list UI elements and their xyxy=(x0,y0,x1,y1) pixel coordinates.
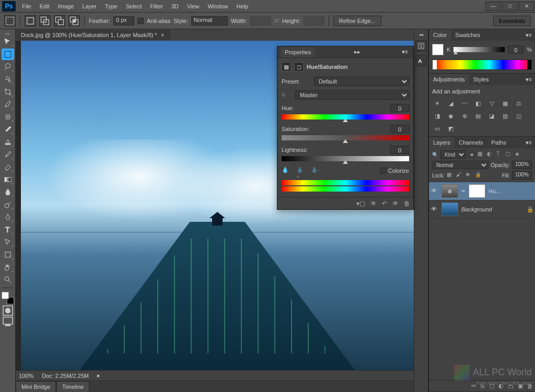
menu-edit[interactable]: Edit xyxy=(36,1,54,11)
feather-input[interactable]: 0 px xyxy=(113,16,134,26)
timeline-tab[interactable]: Timeline xyxy=(56,381,89,392)
target-icon[interactable]: ☟ xyxy=(282,92,292,99)
intersect-selection-icon[interactable] xyxy=(68,15,80,27)
color-balance-adj-icon[interactable]: ⚖ xyxy=(514,99,524,108)
minimize-button[interactable]: — xyxy=(485,2,501,11)
bw-adj-icon[interactable]: ◨ xyxy=(432,111,443,121)
maximize-button[interactable]: □ xyxy=(502,2,518,11)
toolbox-handle[interactable]: ▸▸ xyxy=(0,31,15,35)
vibrance-adj-icon[interactable]: ▽ xyxy=(486,99,497,108)
quickmask-toggle[interactable] xyxy=(2,305,14,316)
filter-shape-icon[interactable]: ▢ xyxy=(506,151,513,158)
path-select-tool[interactable] xyxy=(2,236,14,248)
lock-transparent-icon[interactable]: ▦ xyxy=(447,172,454,179)
lasso-tool[interactable] xyxy=(2,61,14,73)
gradient-map-adj-icon[interactable]: ▭ xyxy=(432,124,443,133)
mask-thumbnail[interactable] xyxy=(469,184,485,198)
new-selection-icon[interactable] xyxy=(25,15,36,27)
doc-info[interactable]: Doc: 2.25M/2.25M xyxy=(42,373,89,379)
hand-tool[interactable] xyxy=(2,262,14,273)
preset-select[interactable]: Default xyxy=(314,77,409,86)
paths-tab[interactable]: Paths xyxy=(487,137,510,148)
layer-thumbnail[interactable] xyxy=(441,203,458,216)
layer-name[interactable]: Hu... xyxy=(489,188,533,194)
add-selection-icon[interactable] xyxy=(39,15,51,27)
invert-adj-icon[interactable]: ◪ xyxy=(486,111,497,121)
marquee-tool[interactable] xyxy=(2,49,14,60)
saturation-value[interactable]: 0 xyxy=(390,125,409,133)
k-slider[interactable] xyxy=(453,47,505,52)
delete-adjustment-icon[interactable]: 🗑 xyxy=(404,200,410,207)
clip-to-layer-icon[interactable]: ▾▢ xyxy=(356,200,365,207)
styles-tab[interactable]: Styles xyxy=(469,74,493,85)
menu-help[interactable]: Help xyxy=(232,1,253,11)
selective-color-adj-icon[interactable]: ◩ xyxy=(446,124,456,133)
lock-position-icon[interactable]: ✥ xyxy=(466,172,473,179)
filter-smart-icon[interactable]: ◈ xyxy=(515,151,522,158)
properties-collapse-icon[interactable]: ▸▸ xyxy=(352,49,363,55)
style-select[interactable]: Normal xyxy=(191,16,228,26)
colorize-checkbox[interactable] xyxy=(380,168,386,174)
hue-range-bar-output[interactable] xyxy=(282,186,409,192)
posterize-adj-icon[interactable]: ▥ xyxy=(500,111,510,121)
layer-item[interactable]: 👁 ▦ ⚮ Hu... xyxy=(429,182,535,200)
menu-file[interactable]: File xyxy=(18,1,36,11)
heal-tool[interactable] xyxy=(2,111,14,123)
visibility-toggle-icon[interactable]: 👁 xyxy=(431,187,438,195)
spectrum-picker[interactable] xyxy=(432,60,532,70)
color-swatch[interactable] xyxy=(432,44,444,55)
hue-value[interactable]: 0 xyxy=(390,104,409,112)
anti-alias-checkbox[interactable] xyxy=(137,18,144,24)
range-select[interactable]: Master xyxy=(295,90,409,100)
channel-mixer-adj-icon[interactable]: ⊕ xyxy=(459,111,470,121)
brightness-adj-icon[interactable]: ☀ xyxy=(432,99,443,108)
adjustments-panel-menu-icon[interactable]: ▾≡ xyxy=(522,76,535,83)
reset-icon[interactable]: ↶ xyxy=(382,200,387,207)
fill-input[interactable]: 100% xyxy=(512,171,532,180)
screenmode-toggle[interactable] xyxy=(2,316,14,326)
hue-adj-icon[interactable]: ▦ xyxy=(500,99,510,108)
swatches-tab[interactable]: Swatches xyxy=(451,30,484,40)
mask-mode-icon[interactable]: ◻ xyxy=(294,62,304,72)
hue-range-bar-input[interactable] xyxy=(282,180,409,185)
dodge-tool[interactable] xyxy=(2,199,14,210)
gradient-tool[interactable] xyxy=(2,174,14,185)
stamp-tool[interactable] xyxy=(2,136,14,148)
color-tab[interactable]: Color xyxy=(429,30,451,40)
visibility-toggle-icon[interactable]: 👁 xyxy=(431,206,438,213)
blur-tool[interactable] xyxy=(2,186,14,198)
marquee-tool-preset[interactable] xyxy=(4,15,16,27)
color-swatches[interactable] xyxy=(2,292,14,304)
properties-menu-icon[interactable]: ▾≡ xyxy=(400,49,410,55)
eyedropper-subtract-icon[interactable]: 💧- xyxy=(311,167,321,175)
adjustments-tab[interactable]: Adjustments xyxy=(429,74,469,85)
k-value[interactable]: 0 xyxy=(508,45,524,54)
filter-adj-icon[interactable]: ◐ xyxy=(487,151,494,158)
threshold-adj-icon[interactable]: ◫ xyxy=(514,111,524,121)
lock-all-icon[interactable]: 🔒 xyxy=(475,172,482,179)
opacity-input[interactable]: 100% xyxy=(512,161,532,169)
zoom-level[interactable]: 100% xyxy=(19,373,33,379)
subtract-selection-icon[interactable] xyxy=(54,15,65,27)
foreground-color-swatch[interactable] xyxy=(2,292,9,299)
blend-mode-select[interactable]: Normal xyxy=(432,161,489,169)
filter-search-icon[interactable]: 🔍 xyxy=(432,152,438,158)
history-brush-tool[interactable] xyxy=(2,149,14,160)
eyedropper-tool[interactable] xyxy=(2,99,14,110)
eyedropper-add-icon[interactable]: 💧+ xyxy=(296,167,307,175)
color-lookup-adj-icon[interactable]: ▤ xyxy=(473,111,483,121)
zoom-tool[interactable] xyxy=(2,274,14,286)
panel-expand-handle[interactable]: ◂◂ xyxy=(419,32,423,37)
shape-tool[interactable] xyxy=(2,249,14,260)
lightness-value[interactable]: 0 xyxy=(390,146,409,154)
menu-filter[interactable]: Filter xyxy=(146,1,167,11)
menu-select[interactable]: Select xyxy=(122,1,146,11)
filter-pixel-icon[interactable]: ▦ xyxy=(478,151,485,158)
menu-3d[interactable]: 3D xyxy=(167,1,183,11)
layers-panel-menu-icon[interactable]: ▾≡ xyxy=(522,139,535,146)
eraser-tool[interactable] xyxy=(2,161,14,173)
saturation-slider[interactable] xyxy=(282,135,409,140)
hue-slider[interactable] xyxy=(282,114,409,120)
swap-dims-icon[interactable]: ⇄ xyxy=(274,17,279,24)
character-panel-icon[interactable]: A xyxy=(415,55,427,66)
